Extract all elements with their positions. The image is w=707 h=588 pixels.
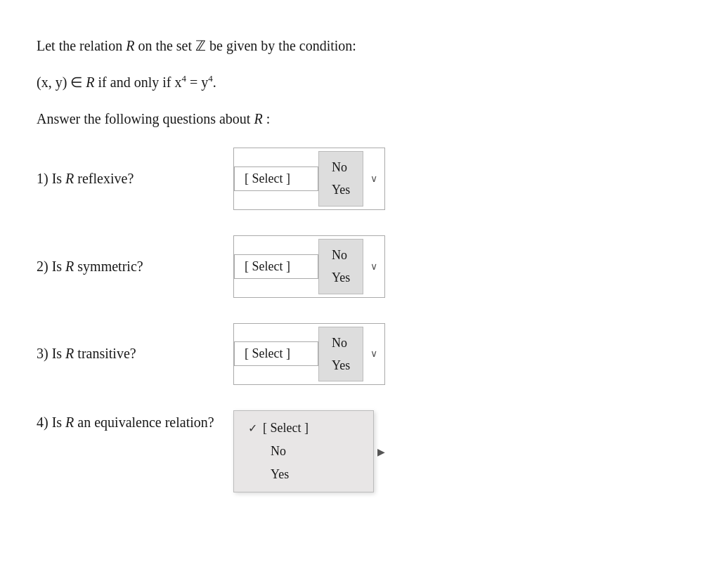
question-3-chevron-icon[interactable]: ∨ [370, 348, 377, 360]
q3-option-yes[interactable]: Yes [332, 354, 350, 377]
problem-line2: (x, y) ∈ R if and only if x4 = y4. [37, 70, 670, 94]
checkmark-icon: ✓ [248, 422, 257, 435]
question-1-row: 1) Is R reflexive? [ Select ] No Yes ∨ [37, 148, 670, 210]
question-2-select-box[interactable]: [ Select ] No Yes ∨ [233, 235, 385, 298]
var-y: y [56, 74, 63, 90]
question-3-row: 3) Is R transitive? [ Select ] No Yes ∨ [37, 323, 670, 386]
question-3-select-box[interactable]: [ Select ] No Yes ∨ [233, 323, 385, 386]
question-2-label: 2) Is R symmetric? [37, 259, 233, 275]
problem-line1: Let the relation R on the set ℤ be given… [37, 34, 670, 58]
q2-option-yes[interactable]: Yes [332, 266, 350, 289]
question-1-options: No Yes [318, 151, 363, 207]
question-1-select-box[interactable]: [ Select ] No Yes ∨ [233, 148, 385, 210]
var-x: x [41, 74, 48, 90]
question-4-row: 4) Is R an equivalence relation? ✓ [ Sel… [37, 410, 670, 492]
question-1-label: 1) Is R reflexive? [37, 171, 233, 187]
problem-line3: Answer the following questions about R : [37, 107, 670, 131]
question-3-label: 3) Is R transitive? [37, 346, 233, 362]
q1-option-no[interactable]: No [332, 156, 350, 178]
exp1: 4 [181, 73, 186, 84]
question-1-chevron-icon[interactable]: ∨ [370, 173, 377, 185]
question-2-chevron-icon[interactable]: ∨ [370, 261, 377, 273]
q3-option-no[interactable]: No [332, 332, 350, 354]
question-2-select[interactable]: [ Select ] [234, 254, 318, 279]
question-2-options: No Yes [318, 239, 363, 294]
exp2: 4 [208, 73, 213, 84]
question-2-row: 2) Is R symmetric? [ Select ] No Yes ∨ [37, 235, 670, 298]
relation-r-2: R [86, 74, 94, 90]
q4-option-no[interactable]: No [234, 440, 373, 463]
question-1-select[interactable]: [ Select ] [234, 166, 318, 191]
q2-option-no[interactable]: No [332, 244, 350, 266]
scroll-indicator-icon: ▶ [377, 445, 385, 457]
q4-yes-label[interactable]: Yes [271, 467, 289, 482]
q4-select-label[interactable]: [ Select ] [263, 421, 309, 436]
relation-r-3: R [254, 111, 262, 126]
q1-option-yes[interactable]: Yes [332, 178, 350, 201]
q4-option-yes[interactable]: Yes [234, 463, 373, 486]
question-3-options: No Yes [318, 327, 363, 382]
question-3-select[interactable]: [ Select ] [234, 341, 318, 366]
question-4-options-list[interactable]: ✓ [ Select ] No Yes [233, 410, 374, 492]
question-3-dropdown[interactable]: [ Select ] No Yes ∨ [233, 323, 385, 386]
question-1-dropdown[interactable]: [ Select ] No Yes ∨ [233, 148, 385, 210]
set-z: ℤ [195, 38, 206, 53]
question-4-label: 4) Is R an equivalence relation? [37, 410, 233, 431]
q4-option-select[interactable]: ✓ [ Select ] [234, 417, 373, 440]
problem-container: Let the relation R on the set ℤ be given… [37, 34, 670, 492]
question-2-dropdown[interactable]: [ Select ] No Yes ∨ [233, 235, 385, 298]
question-4-dropdown-open[interactable]: ✓ [ Select ] No Yes ▶ [233, 410, 374, 492]
relation-r-1: R [126, 38, 134, 53]
q4-no-label[interactable]: No [271, 444, 286, 459]
problem-text: Let the relation R on the set ℤ be given… [37, 34, 670, 131]
